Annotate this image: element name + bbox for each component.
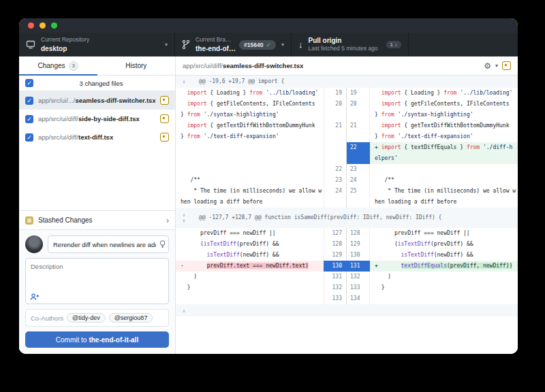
diff-code-left[interactable]: } xyxy=(176,282,324,293)
diff-code-left[interactable]: import { getTextDiffWithBottomDummyHunk … xyxy=(176,120,324,142)
line-number-left[interactable]: 22 xyxy=(324,164,347,175)
diff-code-left[interactable]: import { Loading } from '../lib/loading' xyxy=(176,88,324,99)
line-number-left[interactable]: 129 xyxy=(324,250,347,261)
diff-file-path-prefix: app/src/ui/diff/ xyxy=(183,62,223,69)
line-number-left[interactable]: 128 xyxy=(324,239,347,250)
diff-hunk-row[interactable]: ↓↑@@ -127,7 +128,7 @@ function isSameDif… xyxy=(176,208,518,228)
diff-code-right[interactable]: import { Loading } from '../lib/loading' xyxy=(370,88,518,99)
select-all-checkbox[interactable]: ✓ xyxy=(25,79,33,87)
commit-description-input[interactable] xyxy=(26,259,168,293)
diff-code-right[interactable] xyxy=(370,164,518,175)
expand-down-icon[interactable]: ↓ xyxy=(183,212,186,218)
line-number-right[interactable]: 134 xyxy=(347,293,370,304)
diff-hunk-row[interactable]: ↑@@ -19,6 +19,7 @@ import { xyxy=(176,76,518,88)
commit-summary-input[interactable] xyxy=(48,235,169,253)
diff-code-left[interactable]: isTextDiff(newDiff) && xyxy=(176,250,324,261)
diff-options-caret-icon[interactable]: ▾ xyxy=(495,63,498,69)
file-checkbox[interactable]: ✓ xyxy=(25,97,33,105)
expand-down-icon[interactable]: ↓ xyxy=(183,308,186,314)
tab-history[interactable]: History xyxy=(97,56,176,75)
line-number-right[interactable]: 133 xyxy=(347,282,370,293)
diff-code-left[interactable]: (isTextDiff(prevDiff) && xyxy=(176,239,324,250)
lightbulb-icon[interactable] xyxy=(159,240,166,248)
line-number-right[interactable]: 19 xyxy=(347,88,370,99)
diff-code-left[interactable] xyxy=(176,293,324,304)
gear-icon[interactable]: ⚙ xyxy=(484,62,491,70)
line-number-right[interactable]: 128 xyxy=(347,228,370,239)
diff-code-right[interactable]: } xyxy=(370,282,518,293)
line-number-left[interactable]: 20 xyxy=(324,99,347,120)
file-path-prefix: app/src/ui/diff/ xyxy=(38,133,78,141)
minimize-window-button[interactable] xyxy=(40,22,46,29)
add-coauthor-icon[interactable] xyxy=(30,293,164,301)
expand-up-icon[interactable]: ↑ xyxy=(183,218,186,224)
diff-code-left[interactable]: import { getFileContents, IFileContents … xyxy=(176,99,324,120)
diff-code-right[interactable]: + textDiffEquals(prevDiff, newDiff)) xyxy=(370,261,518,272)
diff-code-left[interactable]: /** xyxy=(176,175,324,186)
line-number-right[interactable]: 20 xyxy=(347,99,370,120)
file-checkbox[interactable]: ✓ xyxy=(25,133,33,142)
pr-status-badge[interactable]: #15640 ✓ xyxy=(239,40,276,50)
coauthors-label: Co-Authors xyxy=(31,314,63,322)
diff-code-right[interactable]: * The time (in milliseconds) we allow w … xyxy=(370,186,518,208)
changes-count-badge: 3 xyxy=(69,61,78,71)
close-window-button[interactable] xyxy=(28,22,34,29)
diff-code-right[interactable]: + import { textDiffEquals } from './diff… xyxy=(370,142,518,164)
diff-code-right[interactable]: import { getFileContents, IFileContents … xyxy=(370,99,518,120)
tab-changes[interactable]: Changes 3 xyxy=(19,56,97,75)
diff-code-right[interactable]: import { getTextDiffWithBottomDummyHunk … xyxy=(370,120,518,142)
diff-code-left[interactable]: ) xyxy=(176,272,324,282)
commit-button[interactable]: Commit to the-end-of-it-all xyxy=(25,331,169,348)
diff-line-row: import { getFileContents, IFileContents … xyxy=(176,99,518,120)
diff-code-left[interactable]: prevDiff === newDiff || xyxy=(176,228,324,239)
diff-code-left[interactable] xyxy=(176,142,324,164)
line-number-right[interactable]: 22 xyxy=(347,142,370,164)
line-number-left[interactable]: 21 xyxy=(324,120,347,142)
diff-code-right[interactable]: (isTextDiff(prevDiff) && xyxy=(370,239,518,250)
file-row[interactable]: ✓app/src/ui/.../seamless-diff-switcher.t… xyxy=(19,91,175,110)
repo-dropdown-caret-icon[interactable]: ▾ xyxy=(165,42,168,48)
diff-line-row: import { Loading } from '../lib/loading'… xyxy=(176,88,518,99)
line-number-left[interactable]: 24 xyxy=(324,186,347,208)
file-path-prefix: app/src/ui/.../ xyxy=(38,97,75,104)
current-branch-button[interactable]: Current Bra… the-end-of… #15640 ✓ ▾ xyxy=(175,33,292,56)
stashed-changes-row[interactable]: Stashed Changes › xyxy=(19,210,175,229)
line-number-left[interactable]: 133 xyxy=(324,293,347,304)
zoom-window-button[interactable] xyxy=(51,22,57,29)
diff-code-left[interactable]: * The time (in milliseconds) we allow w … xyxy=(176,186,324,208)
diff-code-right[interactable] xyxy=(370,293,518,304)
line-number-left[interactable]: 132 xyxy=(324,282,347,293)
line-number-right[interactable]: 131 xyxy=(347,261,370,272)
coauthor-pill[interactable]: @tidy-dev xyxy=(67,313,106,323)
file-checkbox[interactable]: ✓ xyxy=(25,115,33,123)
current-repository-button[interactable]: Current Repository desktop ▾ xyxy=(19,33,175,56)
tab-history-label: History xyxy=(125,62,146,69)
file-row[interactable]: ✓app/src/ui/diff/side-by-side-diff.tsx xyxy=(19,110,175,128)
line-number-right[interactable]: 130 xyxy=(347,250,370,261)
diff-code-right[interactable]: isTextDiff(newDiff) && xyxy=(370,250,518,261)
pull-origin-button[interactable]: ↓ Pull origin Last fetched 5 minutes ago… xyxy=(292,33,409,56)
file-row[interactable]: ✓app/src/ui/diff/text-diff.tsx xyxy=(19,128,175,146)
expand-up-icon[interactable]: ↑ xyxy=(183,79,186,85)
diff-code-left[interactable]: - prevDiff.text === newDiff.text) xyxy=(176,261,324,272)
line-number-left[interactable]: 23 xyxy=(324,175,347,186)
diff-code-left[interactable] xyxy=(176,164,324,175)
line-number-right[interactable]: 24 xyxy=(347,175,370,186)
diff-expander-row[interactable]: ↓ xyxy=(176,304,518,316)
diff-code-right[interactable]: /** xyxy=(370,175,518,186)
line-number-right[interactable]: 132 xyxy=(347,272,370,282)
line-number-left[interactable]: 19 xyxy=(324,88,347,99)
coauthors-field[interactable]: Co-Authors @tidy-dev@sergiou87 xyxy=(25,309,169,327)
line-number-right[interactable]: 25 xyxy=(347,186,370,208)
branch-dropdown-caret-icon[interactable]: ▾ xyxy=(281,42,284,48)
line-number-left[interactable]: 131 xyxy=(324,272,347,282)
coauthor-pill[interactable]: @sergiou87 xyxy=(109,313,153,323)
diff-code-right[interactable]: ) xyxy=(370,272,518,282)
line-number-right[interactable]: 129 xyxy=(347,239,370,250)
line-number-right[interactable]: 23 xyxy=(347,164,370,175)
line-number-left[interactable]: 127 xyxy=(324,228,347,239)
line-number-right[interactable]: 21 xyxy=(347,120,370,142)
line-number-left[interactable] xyxy=(324,142,347,164)
line-number-left[interactable]: 130 xyxy=(324,261,347,272)
diff-code-right[interactable]: prevDiff === newDiff || xyxy=(370,228,518,239)
